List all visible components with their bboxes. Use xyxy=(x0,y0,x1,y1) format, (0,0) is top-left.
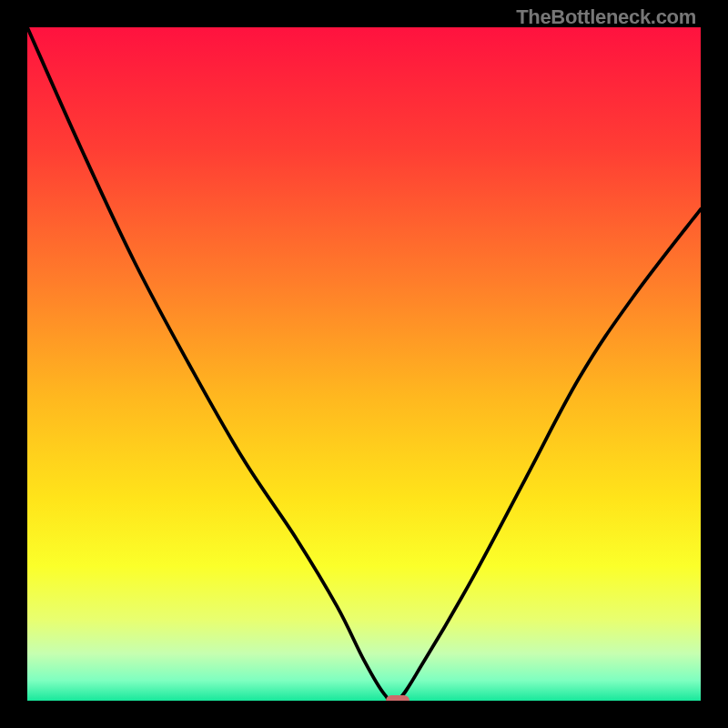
chart-frame: TheBottleneck.com xyxy=(0,0,728,728)
plot-area xyxy=(27,27,701,701)
watermark: TheBottleneck.com xyxy=(516,5,696,29)
bottleneck-curve xyxy=(27,27,701,701)
curve-path xyxy=(27,27,701,701)
optimum-marker xyxy=(386,695,410,701)
